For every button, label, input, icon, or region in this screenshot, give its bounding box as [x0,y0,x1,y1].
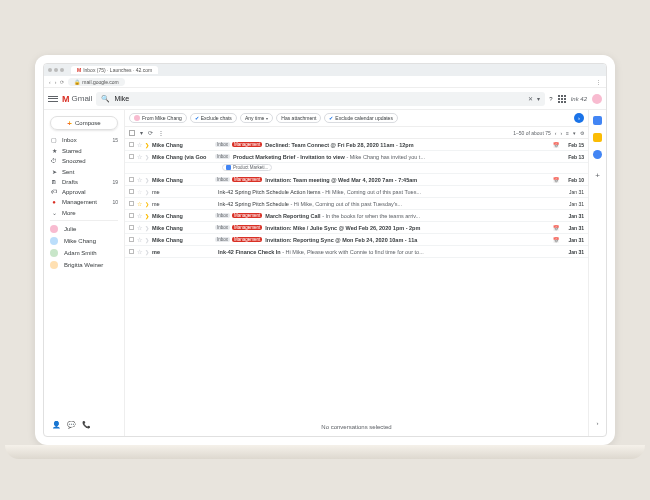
list-toolbar: ▾ ⟳ ⋮ 1–50 of about 75 ‹ › ≡ ▾ ⚙ [125,126,588,139]
search-input[interactable]: Mike [114,95,524,102]
add-addon-icon[interactable]: + [595,171,600,180]
email-row[interactable]: ☆❯Mike ChangInboxManagementInvitation: T… [125,174,588,186]
nav-fwd-icon[interactable]: › [55,79,57,85]
star-icon[interactable]: ☆ [137,200,142,207]
email-checkbox[interactable] [129,225,134,230]
email-row[interactable]: ☆❯meInk-42 Finance Check In - Hi Mike, P… [125,246,588,258]
email-checkbox[interactable] [129,213,134,218]
search-icon[interactable]: 🔍 [101,95,110,103]
doc-icon [226,165,231,170]
sidebar-item-label: Drafts [62,179,78,185]
hide-panel-icon[interactable]: › [597,420,599,430]
email-row[interactable]: ☆❯Mike ChangInboxManagementMarch Reporti… [125,210,588,222]
email-checkbox[interactable] [129,201,134,206]
settings-gear-icon[interactable]: ⚙ [580,130,584,136]
star-icon[interactable]: ☆ [137,212,142,219]
email-sender: me [152,189,212,195]
input-tools-icon[interactable]: ▾ [573,130,576,136]
hangouts-phone-icon[interactable]: 📞 [82,421,91,429]
sidebar-item-label: Inbox [62,137,77,143]
page-prev-icon[interactable]: ‹ [555,130,557,136]
file-icon: 🗎 [50,179,58,185]
filter-chip[interactable]: From Mike Chang [129,113,187,123]
hangouts-person-icon[interactable]: 👤 [52,421,61,429]
filter-chip[interactable]: ✔Exclude chats [190,113,237,123]
importance-icon[interactable]: ❯ [145,201,149,207]
sidebar-item-more[interactable]: ⌄More [44,207,124,218]
more-actions-icon[interactable]: ⋮ [158,129,164,136]
importance-icon[interactable]: ❯ [145,213,149,219]
select-all-checkbox[interactable] [129,130,135,136]
star-icon[interactable]: ☆ [137,224,142,231]
page-next-icon[interactable]: › [560,130,562,136]
sidebar-item-management[interactable]: Management10 [44,197,124,207]
sidebar-item-starred[interactable]: ★Starred [44,145,124,156]
importance-icon[interactable]: ❯ [145,154,149,160]
attachment-chip[interactable]: Product Marketi... [222,164,272,171]
main-menu-icon[interactable] [48,96,58,102]
importance-icon[interactable]: ❯ [145,237,149,243]
sidebar-item-inbox[interactable]: ▢Inbox15 [44,134,124,145]
importance-icon[interactable]: ❯ [145,142,149,148]
importance-icon[interactable]: ❯ [145,189,149,195]
contact-item[interactable]: Brigitta Weiner [44,259,124,271]
contact-item[interactable]: Adam Smith [44,247,124,259]
sidebar-item-sent[interactable]: ➤Sent [44,166,124,177]
filter-chip[interactable]: Any time [240,113,273,123]
star-icon[interactable]: ☆ [137,248,142,255]
account-avatar[interactable] [592,94,602,104]
email-checkbox[interactable] [129,237,134,242]
importance-icon[interactable]: ❯ [145,249,149,255]
email-row[interactable]: ☆❯meInk-42 Spring Pitch Schedule Action … [125,186,588,198]
contact-item[interactable]: Julie [44,223,124,235]
filter-chip[interactable]: Has attachment [276,113,321,123]
importance-icon[interactable]: ❯ [145,177,149,183]
star-icon[interactable]: ☆ [137,236,142,243]
browser-tab[interactable]: M Inbox (75) · Launches · 42.com [71,66,158,74]
url-field[interactable]: 🔒 mail.google.com [68,78,124,86]
apps-grid-icon[interactable] [558,95,566,103]
email-checkbox[interactable] [129,189,134,194]
browser-menu-icon[interactable]: ⋮ [596,79,601,85]
email-checkbox[interactable] [129,154,134,159]
clear-search-icon[interactable]: ✕ [528,95,533,102]
refresh-icon[interactable]: ⟳ [148,129,153,136]
email-checkbox[interactable] [129,142,134,147]
chips-scroll-right[interactable]: › [574,113,584,123]
support-icon[interactable]: ? [549,96,552,102]
check-icon: ✔ [195,115,199,121]
reload-icon[interactable]: ⟳ [60,79,64,85]
email-row[interactable]: ☆❯Mike Chang (via GooInboxProduct Market… [125,151,588,163]
density-icon[interactable]: ≡ [566,130,569,136]
sidebar-item-snoozed[interactable]: ⏱Snoozed [44,156,124,166]
email-row[interactable]: ☆❯Mike ChangInboxManagementInvitation: R… [125,234,588,246]
search-options-icon[interactable]: ▾ [537,95,540,102]
email-row[interactable]: ☆❯Mike ChangInboxManagementInvitation: M… [125,222,588,234]
gmail-logo[interactable]: MGmail [62,94,92,104]
star-icon[interactable]: ☆ [137,153,142,160]
email-checkbox[interactable] [129,177,134,182]
star-icon[interactable]: ☆ [137,188,142,195]
email-row[interactable]: ☆❯meInk-42 Spring Pitch Schedule - Hi Mi… [125,198,588,210]
sidebar-item-drafts[interactable]: 🗎Drafts19 [44,177,124,187]
email-row[interactable]: ☆❯Mike ChangInboxManagementDeclined: Tea… [125,139,588,151]
email-checkbox[interactable] [129,249,134,254]
contact-item[interactable]: Mike Chang [44,235,124,247]
hangouts-chat-icon[interactable]: 💬 [67,421,76,429]
window-controls[interactable] [48,68,64,72]
compose-button[interactable]: + Compose [50,116,118,130]
sidebar-item-approval[interactable]: 🏷Approval [44,187,124,197]
chip-label: Exclude chats [201,115,232,121]
label-badge: Inbox [215,237,230,242]
filter-chip[interactable]: ✔Exclude calendar updates [324,113,398,123]
tasks-addon-icon[interactable] [593,150,602,159]
star-icon[interactable]: ☆ [137,176,142,183]
star-icon[interactable]: ☆ [137,141,142,148]
importance-icon[interactable]: ❯ [145,225,149,231]
keep-addon-icon[interactable] [593,133,602,142]
select-all-dropdown-icon[interactable]: ▾ [140,129,143,136]
calendar-addon-icon[interactable] [593,116,602,125]
search-bar[interactable]: 🔍 Mike ✕ ▾ [96,92,545,106]
nav-back-icon[interactable]: ‹ [49,79,51,85]
email-sender: Mike Chang [152,225,212,231]
